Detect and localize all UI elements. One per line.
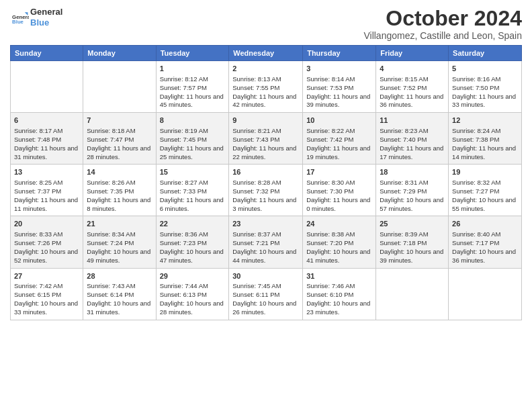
daylight-text: Daylight: 10 hours and 31 minutes. — [87, 300, 152, 317]
daylight-text: Daylight: 10 hours and 26 minutes. — [232, 300, 299, 317]
calendar-week-1: 1Sunrise: 8:12 AMSunset: 7:57 PMDaylight… — [11, 61, 522, 113]
calendar-cell — [376, 268, 449, 320]
sunrise-text: Sunrise: 8:39 AM — [380, 230, 445, 239]
day-number: 18 — [380, 167, 445, 177]
page: General Blue General Blue October 2024 V… — [0, 0, 532, 411]
calendar-cell: 2Sunrise: 8:13 AMSunset: 7:55 PMDaylight… — [229, 61, 303, 113]
cell-content: 27Sunrise: 7:42 AMSunset: 6:15 PMDayligh… — [14, 271, 79, 317]
sunrise-text: Sunrise: 8:23 AM — [380, 127, 445, 136]
calendar-cell: 4Sunrise: 8:15 AMSunset: 7:52 PMDaylight… — [376, 61, 449, 113]
daylight-text: Daylight: 11 hours and 39 minutes. — [306, 93, 372, 110]
daylight-text: Daylight: 10 hours and 47 minutes. — [160, 248, 226, 265]
day-number: 20 — [14, 219, 79, 229]
sunset-text: Sunset: 7:35 PM — [87, 187, 152, 196]
sunset-text: Sunset: 7:37 PM — [14, 187, 79, 196]
cell-content: 3Sunrise: 8:14 AMSunset: 7:53 PMDaylight… — [306, 64, 372, 109]
daylight-text: Daylight: 10 hours and 52 minutes. — [14, 248, 79, 265]
cell-content: 25Sunrise: 8:39 AMSunset: 7:18 PMDayligh… — [380, 219, 445, 265]
cell-content: 10Sunrise: 8:22 AMSunset: 7:42 PMDayligh… — [306, 116, 372, 161]
cell-content: 17Sunrise: 8:30 AMSunset: 7:30 PMDayligh… — [306, 167, 372, 213]
svg-text:Blue: Blue — [12, 19, 24, 25]
cell-content: 20Sunrise: 8:33 AMSunset: 7:26 PMDayligh… — [14, 219, 79, 265]
sunset-text: Sunset: 7:17 PM — [452, 239, 518, 248]
cell-content: 16Sunrise: 8:28 AMSunset: 7:32 PMDayligh… — [232, 167, 299, 213]
day-number: 25 — [380, 219, 445, 229]
daylight-text: Daylight: 10 hours and 55 minutes. — [452, 196, 518, 214]
day-number: 30 — [232, 271, 299, 281]
day-number: 5 — [452, 64, 518, 74]
sunrise-text: Sunrise: 8:18 AM — [87, 127, 152, 136]
sunrise-text: Sunrise: 8:34 AM — [87, 230, 152, 239]
day-number: 10 — [306, 116, 372, 126]
day-number: 29 — [160, 271, 226, 281]
day-number: 17 — [306, 167, 372, 177]
daylight-text: Daylight: 11 hours and 17 minutes. — [380, 144, 445, 162]
sunset-text: Sunset: 7:50 PM — [452, 84, 518, 93]
sunrise-text: Sunrise: 7:44 AM — [160, 282, 226, 291]
daylight-text: Daylight: 10 hours and 49 minutes. — [87, 248, 152, 265]
cell-content: 26Sunrise: 8:40 AMSunset: 7:17 PMDayligh… — [452, 219, 518, 265]
col-header-saturday: Saturday — [449, 46, 522, 61]
day-number: 16 — [232, 167, 299, 177]
day-number: 9 — [232, 116, 299, 126]
sunset-text: Sunset: 7:52 PM — [380, 84, 445, 93]
daylight-text: Daylight: 10 hours and 23 minutes. — [306, 300, 372, 317]
calendar-cell: 31Sunrise: 7:46 AMSunset: 6:10 PMDayligh… — [303, 268, 376, 320]
sunset-text: Sunset: 7:40 PM — [380, 136, 445, 144]
sunrise-text: Sunrise: 8:15 AM — [380, 75, 445, 84]
sunrise-text: Sunrise: 8:27 AM — [160, 179, 226, 187]
calendar-cell: 30Sunrise: 7:45 AMSunset: 6:11 PMDayligh… — [229, 268, 303, 320]
cell-content: 6Sunrise: 8:17 AMSunset: 7:48 PMDaylight… — [14, 116, 79, 161]
calendar-cell: 21Sunrise: 8:34 AMSunset: 7:24 PMDayligh… — [83, 216, 156, 268]
daylight-text: Daylight: 11 hours and 14 minutes. — [452, 144, 518, 162]
sunset-text: Sunset: 7:53 PM — [306, 84, 372, 93]
day-number: 19 — [452, 167, 518, 177]
day-number: 6 — [14, 116, 79, 126]
sunrise-text: Sunrise: 7:42 AM — [14, 282, 79, 291]
col-header-friday: Friday — [376, 46, 449, 61]
daylight-text: Daylight: 10 hours and 39 minutes. — [380, 248, 445, 265]
calendar-cell: 15Sunrise: 8:27 AMSunset: 7:33 PMDayligh… — [156, 165, 229, 216]
daylight-text: Daylight: 10 hours and 41 minutes. — [306, 248, 372, 265]
calendar-cell: 20Sunrise: 8:33 AMSunset: 7:26 PMDayligh… — [11, 216, 83, 268]
sunrise-text: Sunrise: 8:19 AM — [160, 127, 226, 136]
calendar-cell: 13Sunrise: 8:25 AMSunset: 7:37 PMDayligh… — [11, 165, 83, 216]
sunset-text: Sunset: 6:10 PM — [306, 291, 372, 300]
page-title: October 2024 — [363, 7, 522, 30]
sunrise-text: Sunrise: 8:38 AM — [306, 230, 372, 239]
calendar-cell: 14Sunrise: 8:26 AMSunset: 7:35 PMDayligh… — [83, 165, 156, 216]
cell-content: 29Sunrise: 7:44 AMSunset: 6:13 PMDayligh… — [160, 271, 226, 317]
calendar-cell: 17Sunrise: 8:30 AMSunset: 7:30 PMDayligh… — [303, 165, 376, 216]
day-number: 15 — [160, 167, 226, 177]
logo-text: General Blue — [30, 7, 62, 28]
calendar-cell: 29Sunrise: 7:44 AMSunset: 6:13 PMDayligh… — [156, 268, 229, 320]
calendar-cell: 9Sunrise: 8:21 AMSunset: 7:43 PMDaylight… — [229, 113, 303, 165]
sunrise-text: Sunrise: 7:45 AM — [232, 282, 299, 291]
cell-content: 5Sunrise: 8:16 AMSunset: 7:50 PMDaylight… — [452, 64, 518, 109]
sunrise-text: Sunrise: 8:37 AM — [232, 230, 299, 239]
sunrise-text: Sunrise: 8:26 AM — [87, 179, 152, 187]
daylight-text: Daylight: 11 hours and 33 minutes. — [452, 93, 518, 110]
sunrise-text: Sunrise: 8:40 AM — [452, 230, 518, 239]
daylight-text: Daylight: 11 hours and 3 minutes. — [232, 196, 299, 214]
col-header-tuesday: Tuesday — [156, 46, 229, 61]
daylight-text: Daylight: 11 hours and 45 minutes. — [160, 93, 226, 110]
day-number: 24 — [306, 219, 372, 229]
calendar-week-3: 13Sunrise: 8:25 AMSunset: 7:37 PMDayligh… — [11, 165, 522, 216]
sunset-text: Sunset: 7:43 PM — [232, 136, 299, 144]
header: General Blue General Blue October 2024 V… — [10, 7, 522, 41]
sunrise-text: Sunrise: 8:24 AM — [452, 127, 518, 136]
calendar-cell: 25Sunrise: 8:39 AMSunset: 7:18 PMDayligh… — [376, 216, 449, 268]
calendar-cell: 28Sunrise: 7:43 AMSunset: 6:14 PMDayligh… — [83, 268, 156, 320]
sunset-text: Sunset: 7:20 PM — [306, 239, 372, 248]
calendar-cell — [83, 61, 156, 113]
col-header-thursday: Thursday — [303, 46, 376, 61]
cell-content: 22Sunrise: 8:36 AMSunset: 7:23 PMDayligh… — [160, 219, 226, 265]
day-number: 7 — [87, 116, 152, 126]
calendar-week-2: 6Sunrise: 8:17 AMSunset: 7:48 PMDaylight… — [11, 113, 522, 165]
sunset-text: Sunset: 7:18 PM — [380, 239, 445, 248]
day-number: 23 — [232, 219, 299, 229]
sunrise-text: Sunrise: 8:32 AM — [452, 179, 518, 187]
cell-content: 8Sunrise: 8:19 AMSunset: 7:45 PMDaylight… — [160, 116, 226, 161]
sunrise-text: Sunrise: 8:31 AM — [380, 179, 445, 187]
